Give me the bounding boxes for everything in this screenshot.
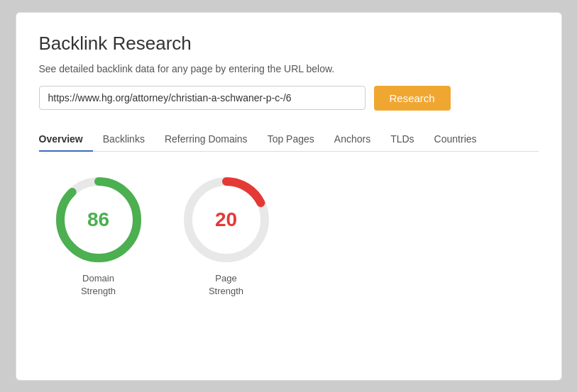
tab-top-pages[interactable]: Top Pages <box>258 128 324 152</box>
tabs-container: Overview Backlinks Referring Domains Top… <box>39 128 539 152</box>
tab-countries[interactable]: Countries <box>424 128 487 152</box>
tab-anchors[interactable]: Anchors <box>324 128 380 152</box>
domain-strength-circle: 86 <box>56 177 141 262</box>
page-strength-label: PageStrength <box>209 272 243 298</box>
tab-backlinks[interactable]: Backlinks <box>93 128 155 152</box>
page-strength-value: 20 <box>215 208 237 231</box>
subtitle-text: See detailed backlink data for any page … <box>39 63 539 74</box>
domain-strength-metric: 86 DomainStrength <box>56 177 141 298</box>
domain-strength-value: 86 <box>87 208 109 231</box>
metrics-row: 86 DomainStrength 20 PageStrength <box>39 177 539 298</box>
research-button[interactable]: Research <box>374 86 451 111</box>
tab-referring-domains[interactable]: Referring Domains <box>155 128 258 152</box>
tab-tlds[interactable]: TLDs <box>380 128 424 152</box>
main-card: Backlink Research See detailed backlink … <box>16 12 562 381</box>
tab-overview[interactable]: Overview <box>39 128 93 152</box>
page-title: Backlink Research <box>39 33 539 55</box>
url-input[interactable] <box>39 86 366 110</box>
domain-strength-label: DomainStrength <box>81 272 116 298</box>
page-strength-circle: 20 <box>184 177 269 262</box>
search-row: Research <box>39 86 539 111</box>
page-strength-metric: 20 PageStrength <box>184 177 269 298</box>
